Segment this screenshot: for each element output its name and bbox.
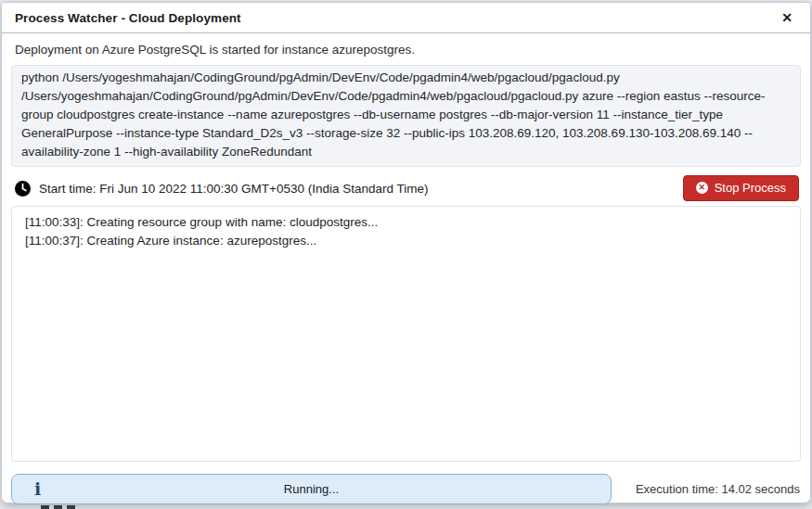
deployment-command-text: python /Users/yogeshmahajan/CodingGround…	[11, 65, 801, 167]
dialog-header: Process Watcher - Cloud Deployment ✕	[2, 3, 810, 33]
clock-icon	[15, 181, 31, 197]
execution-time-text: Execution time: 14.02 seconds	[636, 482, 801, 496]
dialog-footer: i Running... Execution time: 14.02 secon…	[11, 474, 801, 504]
info-icon: i	[34, 479, 41, 497]
close-icon[interactable]: ✕	[778, 9, 796, 26]
process-watcher-dialog: Process Watcher - Cloud Deployment ✕ Dep…	[1, 2, 811, 503]
dialog-title: Process Watcher - Cloud Deployment	[15, 11, 241, 25]
running-status-bar: i Running...	[11, 474, 612, 504]
stop-circle-icon: ✕	[696, 182, 708, 194]
process-log-panel[interactable]: [11:00:33]: Creating resource group with…	[11, 206, 801, 462]
process-status-row: Start time: Fri Jun 10 2022 11:00:30 GMT…	[15, 174, 799, 202]
log-line: [11:00:33]: Creating resource group with…	[25, 213, 787, 232]
start-time-text: Start time: Fri Jun 10 2022 11:00:30 GMT…	[39, 182, 429, 196]
stop-process-label: Stop Process	[715, 181, 786, 195]
log-line: [11:00:37]: Creating Azure instance: azu…	[25, 232, 787, 250]
running-status-label: Running...	[284, 482, 339, 496]
dialog-body: Deployment on Azure PostgreSQL is starte…	[2, 33, 810, 509]
deployment-status-message: Deployment on Azure PostgreSQL is starte…	[15, 43, 797, 57]
stop-process-button[interactable]: ✕ Stop Process	[683, 175, 799, 201]
